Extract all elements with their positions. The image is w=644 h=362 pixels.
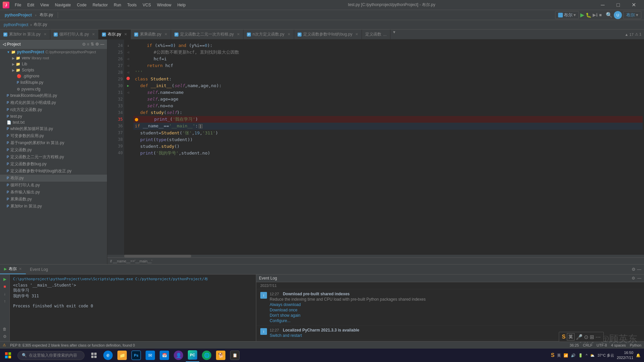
- minimize-button[interactable]: ─: [595, 0, 610, 10]
- tree-root[interactable]: ▼ 📁 pythonProject C:/pythonproject/pytho…: [0, 49, 107, 55]
- tree-testpy[interactable]: P test.py: [0, 113, 107, 119]
- tree-listtuple[interactable]: P list和tuple.py: [0, 79, 107, 86]
- run-tab-close[interactable]: ✕: [19, 267, 22, 271]
- menu-code[interactable]: Code: [74, 2, 89, 8]
- tree-lib[interactable]: ▶ 📁 Lib: [0, 61, 107, 67]
- run-tab[interactable]: ▶ 布尔 ✕: [0, 264, 26, 274]
- tab-xunhuan[interactable]: P 循环打印人名.py ✕: [50, 29, 99, 39]
- tab-leicheng[interactable]: P 累乘函数.py ✕: [131, 29, 171, 39]
- tab-bool[interactable]: P 布尔.py ✕: [99, 29, 131, 39]
- tab-leijifor[interactable]: P 累加for in 算法.py ✕: [0, 29, 50, 39]
- tree-pyvenv[interactable]: ⚙ pyvenv.cfg: [0, 86, 107, 92]
- start-button[interactable]: [0, 349, 16, 362]
- taskbar-search[interactable]: 🔍 在这里输入你要搜索的内容: [17, 351, 85, 360]
- taskbar-note[interactable]: 📋: [228, 349, 241, 362]
- menu-refactor[interactable]: Refactor: [90, 2, 110, 8]
- settings-run-button[interactable]: ⚙: [1, 333, 8, 340]
- breadcrumb-project[interactable]: pythonProject: [4, 22, 28, 27]
- taskbar-dog[interactable]: 🐕: [214, 349, 227, 362]
- tree-while[interactable]: P while的累加循环算法.py: [0, 125, 107, 132]
- menu-help[interactable]: Help: [175, 2, 189, 8]
- tree-eryan2[interactable]: P 定义函数之二元一次方程根.py: [0, 154, 107, 161]
- tab-close-0[interactable]: ✕: [44, 32, 47, 37]
- tree-tiaojian[interactable]: P 条件输入输出.py: [0, 189, 107, 196]
- tab-close-2[interactable]: ✕: [124, 32, 127, 37]
- run-config-dropdown[interactable]: 布尔 ▾: [555, 11, 579, 19]
- debug-button[interactable]: 🐛: [586, 12, 591, 18]
- event-log-settings[interactable]: ⚙: [632, 276, 635, 281]
- menu-view[interactable]: View: [38, 2, 52, 8]
- tree-npower[interactable]: P n次方定义函数.py: [0, 106, 107, 113]
- run-button[interactable]: ▶: [580, 12, 584, 18]
- scroll-top-button[interactable]: ↑: [1, 298, 8, 305]
- project-home-button[interactable]: pythonProject: [3, 12, 34, 18]
- taskbar-browser2[interactable]: 🌐: [200, 349, 213, 362]
- tree-geshi[interactable]: P 格式化的算法小明成绩.py: [0, 99, 107, 106]
- event-log-tab[interactable]: Event Log: [26, 264, 52, 274]
- tree-leicheng[interactable]: P 累乘函数.py: [0, 196, 107, 203]
- minimize-panel-icon[interactable]: —: [637, 267, 641, 272]
- always-download-link[interactable]: Always download: [270, 302, 640, 307]
- taskbar-edge[interactable]: e: [101, 349, 115, 362]
- scroll-end-button[interactable]: ↓: [1, 291, 8, 297]
- tray-s5[interactable]: S: [551, 352, 555, 358]
- s5-grid-icon[interactable]: ⊞: [590, 334, 594, 340]
- code-area[interactable]: 2425262728 2930313233 343536 37383940 ↓ …: [107, 40, 644, 255]
- menu-navigate[interactable]: Navigate: [52, 2, 73, 8]
- tab-overflow[interactable]: ▾: [390, 29, 398, 39]
- s5-more-icon[interactable]: ⋯: [595, 334, 601, 340]
- tree-leijifor[interactable]: P 累加for in 算法.py: [0, 203, 107, 210]
- taskbar-calendar[interactable]: 📅: [158, 349, 171, 362]
- tree-dingyi[interactable]: P 定义函数.py: [0, 146, 107, 154]
- tab-close-4[interactable]: ✕: [237, 32, 240, 37]
- branch-dropdown[interactable]: 布尔 ▾: [623, 11, 641, 19]
- rerun-button[interactable]: ▶: [1, 276, 8, 283]
- tab-close-6[interactable]: ✕: [355, 32, 358, 37]
- stop-run-button[interactable]: ■: [1, 283, 8, 290]
- stop-button[interactable]: ■: [599, 12, 602, 17]
- horizontal-scrollbar[interactable]: [107, 255, 644, 257]
- tree-testtxt[interactable]: 📄 test.txt: [0, 119, 107, 125]
- clock[interactable]: 16:50 2022/7/11: [617, 350, 633, 361]
- sidebar-collapse-icon[interactable]: ◁: [3, 42, 6, 47]
- tray-english[interactable]: 英: [557, 353, 561, 358]
- download-once-link[interactable]: Download once: [270, 308, 640, 312]
- s5-dot-icon[interactable]: ⊙: [584, 334, 588, 340]
- tree-venv[interactable]: ▶ 📁 venv library root: [0, 55, 107, 61]
- tree-range[interactable]: P 基于range的累积for in 算法.py: [0, 139, 107, 146]
- taskbar-ps[interactable]: Ps: [129, 349, 143, 362]
- tab-close-1[interactable]: ✕: [92, 32, 95, 37]
- tree-xunhuan[interactable]: P 循环打印人名.py: [0, 182, 107, 189]
- run-with-coverage-button[interactable]: ▶ℹ: [593, 12, 598, 17]
- settings-icon[interactable]: ⚙: [632, 267, 636, 272]
- tree-funcbug[interactable]: P 定义函数参数bug.py: [0, 161, 107, 168]
- dont-show-again-link[interactable]: Don't show again: [270, 313, 640, 318]
- event-log-minimize[interactable]: —: [637, 276, 641, 281]
- notification-bell[interactable]: 🔔: [636, 353, 641, 358]
- menu-window[interactable]: Window: [154, 2, 174, 8]
- taskbar-explorer[interactable]: 📁: [115, 349, 129, 362]
- clear-output-button[interactable]: 🗑: [1, 326, 8, 333]
- tree-bool[interactable]: P 布尔.py: [0, 175, 107, 182]
- tree-gitignore[interactable]: 🔴 .gitignore: [0, 73, 107, 79]
- code-editor[interactable]: 2425262728 2930313233 343536 37383940 ↓ …: [107, 40, 644, 264]
- menu-run[interactable]: Run: [111, 2, 124, 8]
- tree-listbug2[interactable]: P 定义函数参数中list的bug的改正.py: [0, 168, 107, 175]
- taskbar-mail[interactable]: ✉: [144, 349, 157, 362]
- taskbar-people[interactable]: 👤: [172, 349, 185, 362]
- tab-close-3[interactable]: ✕: [164, 32, 167, 37]
- menu-vcs[interactable]: VCS: [140, 2, 154, 8]
- run-output[interactable]: C:\pythonproject\pythonProject\venv\Scri…: [10, 275, 256, 341]
- search-everywhere-button[interactable]: 🔍: [606, 12, 612, 18]
- code-lines[interactable]: if (x%i==0) and (y%i==0): #公因数不断更新hcf, 直…: [132, 40, 644, 255]
- close-button[interactable]: ✕: [626, 0, 641, 10]
- user-avatar[interactable]: U: [614, 11, 622, 19]
- taskbar-taskview[interactable]: [87, 349, 101, 362]
- tab-dingyi[interactable]: 定义函数 ...: [362, 29, 390, 39]
- sidebar-settings-icon[interactable]: ⚙: [95, 42, 99, 47]
- breakpoint-dot[interactable]: [126, 77, 130, 80]
- tab-eryan[interactable]: P 定义函数之二元一次方程根.py ✕: [171, 29, 244, 39]
- menu-file[interactable]: File: [12, 2, 24, 8]
- menu-tools[interactable]: Tools: [124, 2, 139, 8]
- sidebar-locate-icon[interactable]: ⊙: [82, 42, 86, 47]
